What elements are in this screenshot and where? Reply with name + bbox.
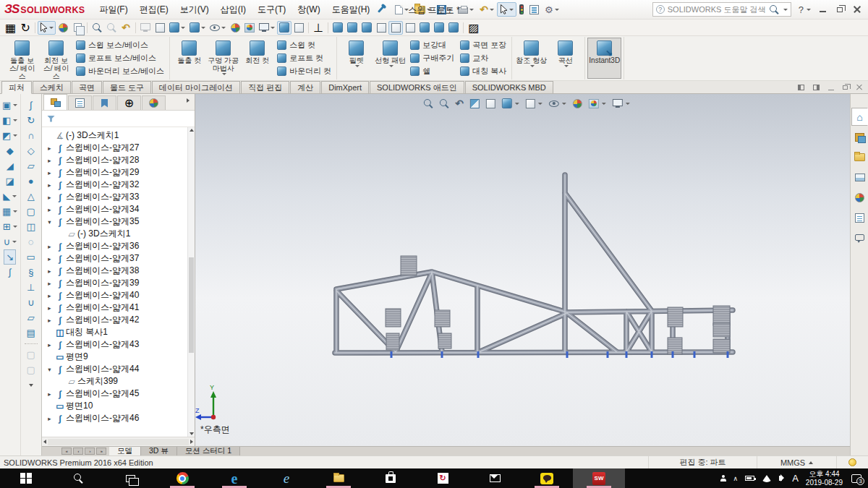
tab-3[interactable]: 몰드 도구 [103, 81, 151, 93]
tree-item[interactable]: ▸∫스윕베이스-얇게43 [43, 338, 195, 351]
tree-item[interactable]: ▸∫스윕베이스-얇게40 [43, 289, 195, 301]
back-view-button[interactable] [345, 21, 359, 35]
select-caret-icon[interactable] [509, 9, 514, 11]
wifi-icon[interactable] [762, 475, 772, 482]
menu-item-2[interactable]: 보기(V) [174, 1, 215, 18]
linear-pattern-button[interactable]: 선형 패턴 [373, 38, 407, 79]
tree-expand-icon[interactable]: ▾ [45, 218, 54, 226]
apply-scene-button[interactable] [242, 21, 257, 35]
tree-item[interactable]: ▾∫스윕베이스-얇게44 [43, 363, 195, 375]
scroll-track[interactable] [48, 439, 189, 445]
options-button[interactable]: ⚙ [542, 2, 562, 17]
minimize-button[interactable] [820, 7, 826, 12]
loft-button[interactable]: ∩ [27, 128, 34, 143]
plane-button[interactable]: ▭ [27, 249, 35, 265]
revolved-boss-button[interactable]: 회전 보스/ 베이스 [39, 38, 73, 79]
select-button[interactable] [497, 2, 516, 17]
hide-show-items-caret-icon[interactable] [221, 27, 226, 29]
tree-item[interactable]: ▸∫스윕베이스-얇게39 [43, 277, 195, 289]
mirror-button[interactable]: ◫ [27, 219, 35, 234]
rebuild-button[interactable]: ↻ [18, 21, 33, 35]
helix-button[interactable]: § [28, 265, 33, 280]
new-document-caret-icon[interactable] [404, 9, 409, 11]
shaded-with-edges-button[interactable] [277, 21, 292, 35]
battery-icon[interactable] [745, 476, 754, 481]
swept-boss-button[interactable]: 스윕 보스/베이스 [76, 39, 164, 51]
tree-expand-icon[interactable]: ▸ [45, 280, 54, 287]
tree-expand-icon[interactable]: ▸ [45, 255, 54, 262]
grid-system-button[interactable]: ▦ [3, 21, 18, 35]
revolved-cut-button[interactable]: 회전 컷 [240, 38, 274, 79]
copy-settings-button[interactable] [70, 21, 85, 35]
taskbar-file-explorer-button[interactable] [312, 468, 365, 488]
tab-8[interactable]: SOLIDWORKS 애드인 [370, 81, 464, 93]
display-manager-tab[interactable] [142, 95, 166, 110]
help-button[interactable]: ? [799, 4, 811, 15]
appearances-tab[interactable] [851, 189, 868, 207]
reference-geometry-button[interactable]: ⊞ [3, 219, 17, 234]
tree-expand-icon[interactable]: ▸ [45, 157, 54, 164]
zebra-button[interactable]: ▤ [27, 325, 35, 341]
tree-item[interactable]: ▸∫스윕베이스-얇게38 [43, 265, 195, 277]
tree-expand-icon[interactable]: ▸ [45, 390, 54, 398]
tree-expand-icon[interactable]: ▾ [45, 366, 54, 373]
taskbar-task-view-button[interactable] [104, 468, 156, 488]
feature-manager-tab[interactable] [43, 94, 67, 110]
taskbar-chrome-button[interactable] [156, 468, 208, 488]
right-view-button[interactable] [374, 21, 388, 35]
scroll-left-icon[interactable] [43, 440, 46, 444]
more-button[interactable] [29, 377, 33, 393]
tree-item[interactable]: ▸∫스윕베이스-얇게27 [43, 142, 195, 154]
tree-item[interactable]: ▸∫스윕베이스-얇게46 [43, 412, 195, 424]
boundary-boss-button[interactable]: 바운더리 보스/베이스 [76, 65, 164, 77]
volume-icon[interactable] [779, 476, 782, 481]
select-tool-button[interactable] [38, 21, 56, 35]
notification-icon[interactable]: 3 [851, 474, 861, 483]
revolve-button[interactable]: ↻ [27, 113, 35, 128]
taskbar-internet-explorer-button[interactable]: e [260, 468, 312, 488]
scroll-thumb[interactable] [189, 257, 194, 354]
tree-item[interactable]: ▱(-) 3D스케치1 [43, 228, 195, 240]
tree-expand-icon[interactable]: ▸ [45, 145, 54, 152]
view-orientation-caret-icon[interactable] [181, 27, 185, 29]
ghost-1-button[interactable]: ▢ [27, 347, 35, 362]
display-style-caret-icon[interactable] [201, 27, 205, 29]
boundary-cut-button[interactable]: 바운더리 컷 [277, 65, 331, 77]
restore-button[interactable] [837, 7, 843, 12]
zoom-area-button[interactable] [104, 21, 119, 35]
tree-item[interactable]: ∡(-) 3D스케치1 [43, 129, 195, 142]
tree-item[interactable]: ▸∫스윕베이스-얇게34 [43, 203, 195, 215]
scroll-up-icon[interactable] [190, 129, 194, 132]
extruded-boss-button[interactable]: 돌출 보스/ 베이스 [5, 38, 39, 79]
wrap-button[interactable]: ▱ [27, 158, 35, 174]
fullscreen-button[interactable] [138, 21, 153, 35]
file-properties-button[interactable] [527, 3, 542, 17]
graphics-area[interactable]: ↶ [195, 94, 850, 446]
wrap-button[interactable]: 곡면 포장 [460, 39, 506, 51]
units-selector[interactable]: MMGS [757, 456, 836, 468]
go-last-button[interactable]: » [96, 448, 106, 455]
tab-4[interactable]: 데이터 마이그레이션 [152, 81, 240, 93]
isometric-view-button[interactable] [417, 21, 432, 35]
edit-appearance-button[interactable] [228, 21, 242, 35]
tree-expand-icon[interactable]: ▸ [45, 304, 54, 312]
sketch-button[interactable]: ▱ [27, 310, 35, 325]
menu-item-3[interactable]: 삽입(I) [215, 1, 252, 18]
instant3d-button[interactable]: Instant3D [587, 38, 621, 79]
print-button[interactable] [455, 4, 477, 16]
tree-item[interactable]: ▸∫스윕베이스-얇게41 [43, 301, 195, 314]
dimetric-view-button[interactable] [446, 21, 461, 35]
tree-expand-icon[interactable]: ▸ [45, 206, 54, 213]
boundary-button[interactable]: ◇ [27, 143, 35, 158]
home-tab[interactable]: ⌂ [851, 108, 868, 126]
zoom-fit-button[interactable] [90, 21, 104, 35]
ime-indicator[interactable]: A [792, 473, 799, 484]
tray-chevron-icon[interactable]: ∧ [733, 475, 739, 482]
draft-button[interactable]: ◣ [3, 189, 17, 204]
ghost-2-button[interactable]: ▢ [27, 362, 35, 377]
tree-filter-row[interactable] [42, 111, 195, 127]
tree-expand-icon[interactable]: ▸ [45, 317, 54, 324]
model-tab-1[interactable]: 3D 뷰 [141, 447, 177, 455]
new-document-button[interactable] [392, 3, 412, 17]
tree-item[interactable]: ◫대칭 복사1 [43, 326, 195, 338]
